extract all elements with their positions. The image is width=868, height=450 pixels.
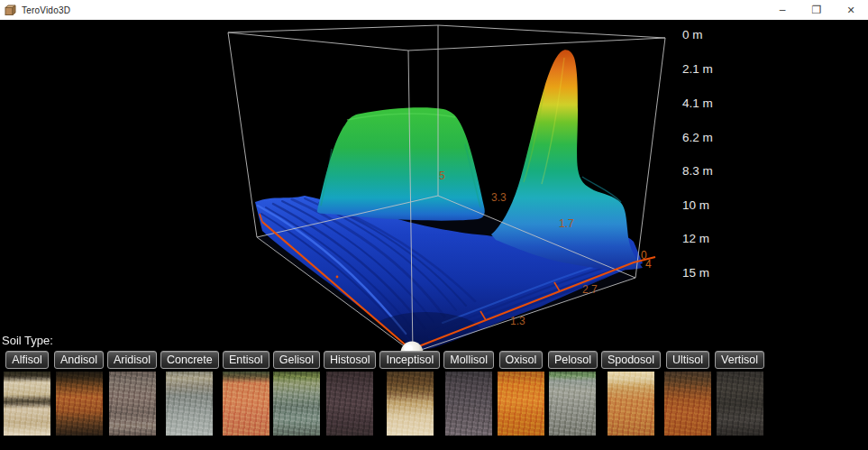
soil-col-aridisol: Aridisol <box>107 351 157 436</box>
depth-label: 10 m <box>682 198 709 212</box>
soil-button[interactable]: Gelisol <box>273 351 320 369</box>
depth-label: 4.1 m <box>682 96 713 110</box>
soil-image[interactable] <box>608 372 654 436</box>
soil-button[interactable]: Histosol <box>324 351 376 369</box>
soil-col-gelisol: Gelisol <box>273 351 320 436</box>
soil-button[interactable]: Inceptisol <box>379 351 440 369</box>
soil-button[interactable]: Spodosol <box>601 351 661 369</box>
soil-button[interactable]: Pelosol <box>548 351 598 369</box>
soil-col-inceptisol: Inceptisol <box>379 351 440 436</box>
soil-button[interactable]: Oxisol <box>499 351 544 369</box>
maximize-button[interactable]: ❐ <box>799 0 834 20</box>
soil-col-histosol: Histosol <box>324 351 376 436</box>
soil-image[interactable] <box>166 372 213 436</box>
terovido3d-window: TeroVido3D – ❐ ✕ <box>0 0 868 450</box>
title-bar: TeroVido3D – ❐ ✕ <box>0 0 868 20</box>
axis-front-tick: 2.7 <box>582 283 598 296</box>
axis-back-tick: 5 <box>439 170 445 182</box>
soil-col-andisol: Andisol <box>54 351 104 436</box>
soil-col-mollisol: Mollisol <box>443 351 494 436</box>
soil-type-row: Alfisol Andisol Aridisol Concrete Entiso… <box>4 351 868 436</box>
soil-image[interactable] <box>549 372 596 436</box>
soil-button[interactable]: Entisol <box>223 351 270 369</box>
depth-scale: 0 m 2.1 m 4.1 m 6.2 m 8.3 m 10 m 12 m 15… <box>682 28 713 280</box>
soil-image[interactable] <box>4 372 50 436</box>
soil-button[interactable]: Concrete <box>160 351 219 369</box>
soil-image[interactable] <box>664 372 711 436</box>
soil-image[interactable] <box>445 372 492 436</box>
soil-col-pelosol: Pelosol <box>548 351 598 436</box>
axis-front-tick: 1.3 <box>510 315 525 327</box>
depth-label: 15 m <box>682 266 709 280</box>
soil-col-entisol: Entisol <box>223 351 270 436</box>
axis-back-tick: 1.7 <box>559 217 574 230</box>
soil-type-label: Soil Type: <box>2 334 868 348</box>
soil-col-concrete: Concrete <box>160 351 219 436</box>
soil-image[interactable] <box>56 372 103 436</box>
soil-image[interactable] <box>717 372 763 436</box>
soil-button[interactable]: Aridisol <box>107 351 157 369</box>
app-icon <box>5 5 16 16</box>
close-button[interactable]: ✕ <box>834 0 868 20</box>
axis-front-tick: 4 <box>645 258 652 271</box>
soil-image[interactable] <box>498 372 544 436</box>
soil-col-oxisol: Oxisol <box>498 351 544 436</box>
depth-label: 0 m <box>682 28 703 41</box>
soil-button[interactable]: Mollisol <box>443 351 494 369</box>
soil-col-alfisol: Alfisol <box>4 351 50 436</box>
depth-label: 2.1 m <box>682 62 713 76</box>
soil-col-spodosol: Spodosol <box>601 351 661 436</box>
soil-image[interactable] <box>387 372 434 436</box>
soil-button[interactable]: Alfisol <box>5 351 48 369</box>
depth-label: 8.3 m <box>682 164 713 178</box>
soil-col-ultisol: Ultisol <box>664 351 711 436</box>
soil-panel: Soil Type: Alfisol Andisol Aridisol Conc… <box>0 334 868 436</box>
axis-back-tick: 3.3 <box>491 191 507 204</box>
soil-image[interactable] <box>273 372 320 436</box>
window-title: TeroVido3D <box>22 5 70 15</box>
minimize-button[interactable]: – <box>765 0 799 20</box>
soil-image[interactable] <box>109 372 156 436</box>
depth-label: 12 m <box>682 232 709 245</box>
soil-col-vertisol: Vertisol <box>715 351 764 436</box>
soil-button[interactable]: Vertisol <box>715 351 764 369</box>
soil-button[interactable]: Andisol <box>54 351 104 369</box>
surface-terrain <box>255 50 643 359</box>
soil-image[interactable] <box>223 372 270 436</box>
soil-button[interactable]: Ultisol <box>666 351 709 369</box>
soil-image[interactable] <box>326 372 373 436</box>
depth-label: 6.2 m <box>682 131 713 144</box>
